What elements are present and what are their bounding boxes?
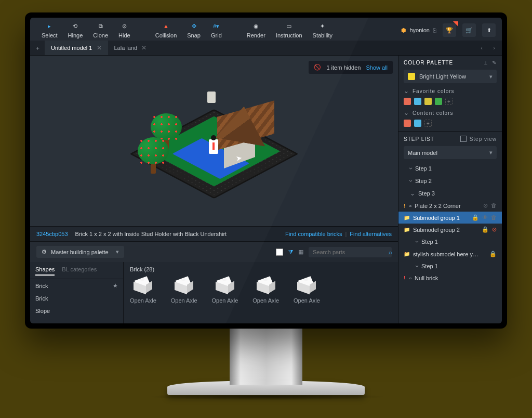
upload-button[interactable]: ⬆ [482,23,496,37]
part-thumb[interactable]: Open Axle [171,279,197,304]
step-view-toggle[interactable]: Step view [460,136,497,142]
upload-icon: ⬆ [487,27,491,34]
part-thumb[interactable]: Open Axle [294,279,320,304]
hinge-tool[interactable]: ⟲ Hinge [63,22,88,38]
tab-bl-categories[interactable]: BL categories [62,266,97,276]
trash-icon[interactable]: 🗑 [491,202,497,209]
snap-tool[interactable]: ✥ Snap [182,22,206,38]
snap-icon: ✥ [190,22,198,30]
swatch[interactable] [435,98,442,105]
palette-selector[interactable]: ⚙ Master building palette ▾ [36,246,124,258]
header-title: STEP LIST [404,136,434,142]
close-icon[interactable]: ✕ [97,44,102,51]
show-all-link[interactable]: Show all [366,64,388,71]
add-swatch-button[interactable]: + [424,120,432,127]
tab-lala[interactable]: Lala land ✕ [108,41,153,55]
shape-row[interactable]: Brick ★ [30,279,123,292]
new-tab-button[interactable]: ＋ [30,41,45,55]
grid-tool[interactable]: #▾ Grid [206,22,227,38]
folder-icon: 📁 [404,227,410,232]
add-swatch-button[interactable]: + [445,98,453,105]
lock-icon[interactable]: 🔒 [489,251,497,257]
content-colors-header[interactable]: Content colors [404,109,497,120]
current-color-selector[interactable]: Bright Light Yellow ▾ [404,70,497,83]
swatch[interactable] [424,98,432,105]
part-thumb[interactable]: Open Axle [252,279,279,304]
document-tabs: ＋ Untitled model 1 ✕ Lala land ✕ ‹ › [30,41,502,56]
grid-view-icon[interactable]: ▦ [298,249,303,255]
lock-icon[interactable]: 🔒 [482,226,489,233]
color-swatch-button[interactable] [276,249,283,256]
model-name: Main model [408,150,437,156]
tree-folder[interactable]: 📁 Submodel group 1 🔒👁🗑 [398,212,502,224]
tree-folder[interactable]: 📁 Submodel group 2 🔒⊘ [398,224,502,236]
trash-icon[interactable]: 🗑 [491,214,497,221]
swatch[interactable] [404,98,411,105]
tab-shapes[interactable]: Shapes [35,266,55,276]
tree-step[interactable]: Step 1 [398,162,502,175]
tab-untitled[interactable]: Untitled model 1 ✕ [45,41,108,55]
shape-label: Slope [35,308,50,314]
part-id[interactable]: 3245cbp053 [36,231,68,237]
model-selector[interactable]: Main model ▾ [404,146,497,159]
clone-tool[interactable]: ⧉ Clone [88,22,113,38]
search-icon: ⌕ [389,249,392,255]
eye-off-icon: 🚫 [314,64,321,71]
eye-icon[interactable]: 👁 [482,214,488,221]
tree-step[interactable]: Step 1 [398,236,502,248]
tab-prev-button[interactable]: ‹ [477,45,486,51]
eye-off-icon[interactable]: ⊘ [492,226,497,233]
user-chip[interactable]: ⬢ hyonion ⎘ [401,27,436,34]
palette-bar: ⚙ Master building palette ▾ ⧩ ▦ ⌕ [30,241,398,262]
hide-tool[interactable]: ⊘ Hide [113,22,136,38]
parts-panel: Shapes BL categories Brick ★ Brick Slope [30,262,398,323]
render-tool[interactable]: ◉ Render [242,22,271,38]
cart-button[interactable]: 🛒 [462,23,476,37]
separator: | [345,231,347,237]
shape-row[interactable]: Brick [30,292,123,305]
part-thumb[interactable]: Open Axle [130,279,156,304]
trophy-button[interactable]: 🏆 [443,23,456,37]
favorites-header[interactable]: Favorite colors [404,87,497,98]
instruction-tool[interactable]: ▭ Instruction [271,22,308,38]
collision-tool[interactable]: ▲ Collision [150,22,182,38]
close-icon[interactable]: ✕ [141,44,147,51]
star-icon[interactable]: ★ [113,282,118,289]
paint-roller-icon[interactable]: ⟂ [484,60,488,66]
viewport-3d[interactable]: 🚫 1 item hidden Show all ➤ [30,56,398,226]
folder-icon: 📁 [404,215,410,220]
find-alternatives-link[interactable]: Find alternatives [350,231,392,237]
shape-row[interactable]: Slope [30,305,123,317]
select-tool[interactable]: ▸ Select [36,22,63,38]
search-input[interactable] [313,249,384,255]
checkbox-icon [460,136,467,142]
part-description: Brick 1 x 2 x 2 with Inside Stud Holder … [75,231,227,237]
app-window: ▸ Select ⟲ Hinge ⧉ Clone ⊘ Hide ▲ Collis… [30,18,502,323]
eyedropper-icon[interactable]: ✎ [492,60,497,66]
stability-tool[interactable]: ✦ Stability [308,22,338,38]
tree-step[interactable]: Step 1 [398,260,502,272]
tree-part[interactable]: ! ▫ Plate 2 x 2 Corner ⊘🗑 [398,200,502,212]
tree-step[interactable]: Step 3 [398,187,502,200]
tree-folder[interactable]: 📁 stylish submodel here y… 🔒 [398,248,502,260]
swatch[interactable] [414,120,421,127]
filter-icon[interactable]: ⧩ [288,249,293,255]
thumb-label: Open Axle [212,297,238,304]
right-panel: COLOR PALETTE ⟂ ✎ Bright Light Yellow ▾ … [398,56,502,323]
grid-title: Brick (28) [130,266,392,276]
lock-icon[interactable]: 🔒 [472,214,479,221]
hinge-icon: ⟲ [71,22,79,30]
search-parts[interactable]: ⌕ [309,247,392,257]
part-thumb[interactable]: Open Axle [212,279,238,304]
tree-part[interactable]: ! ▫ Null brick [398,272,502,284]
tree-step[interactable]: Step 2 [398,175,502,187]
tab-next-button[interactable]: › [489,45,499,51]
eye-off-icon[interactable]: ⊘ [483,202,488,209]
book-icon: ▭ [285,22,293,30]
swatch[interactable] [414,98,421,105]
cursor-icon: ▸ [45,22,54,30]
content-swatches: + [404,120,497,127]
find-compatible-link[interactable]: Find compatible bricks [285,231,342,237]
brick-icon: ▫ [409,275,411,281]
swatch[interactable] [404,120,411,127]
